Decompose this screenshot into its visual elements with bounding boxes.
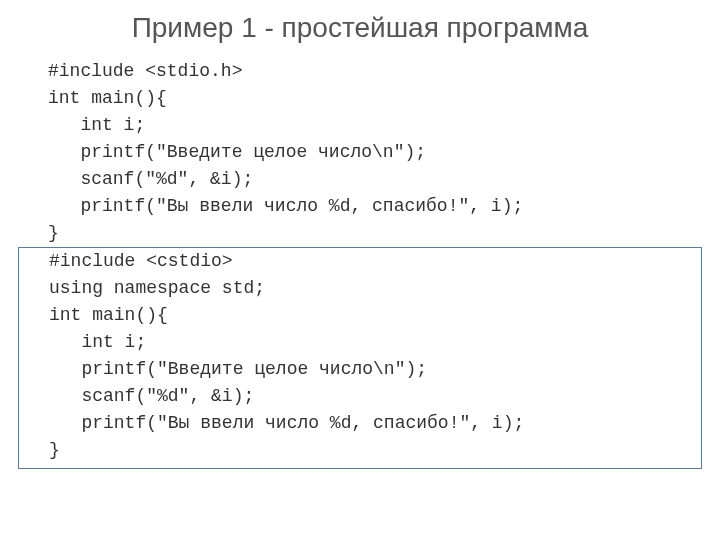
code-line: scanf("%d", &i); bbox=[49, 383, 671, 410]
code-line: printf("Вы ввели число %d, спасибо!", i)… bbox=[49, 410, 671, 437]
code-line: int main(){ bbox=[48, 85, 672, 112]
code-line: int i; bbox=[49, 329, 671, 356]
slide-title: Пример 1 - простейшая программа bbox=[0, 12, 720, 44]
code-line: int main(){ bbox=[49, 302, 671, 329]
code-block-cpp-box: #include <cstdio> using namespace std; i… bbox=[18, 247, 702, 469]
slide-container: Пример 1 - простейшая программа #include… bbox=[0, 0, 720, 469]
code-line: printf("Вы ввели число %d, спасибо!", i)… bbox=[48, 193, 672, 220]
code-line: printf("Введите целое число\n"); bbox=[48, 139, 672, 166]
code-line: } bbox=[49, 437, 671, 464]
code-line: int i; bbox=[48, 112, 672, 139]
code-line: #include <cstdio> bbox=[49, 248, 671, 275]
code-block-c: #include <stdio.h> int main(){ int i; pr… bbox=[0, 58, 720, 247]
code-line: } bbox=[48, 220, 672, 247]
code-line: using namespace std; bbox=[49, 275, 671, 302]
code-line: printf("Введите целое число\n"); bbox=[49, 356, 671, 383]
code-line: scanf("%d", &i); bbox=[48, 166, 672, 193]
code-line: #include <stdio.h> bbox=[48, 58, 672, 85]
